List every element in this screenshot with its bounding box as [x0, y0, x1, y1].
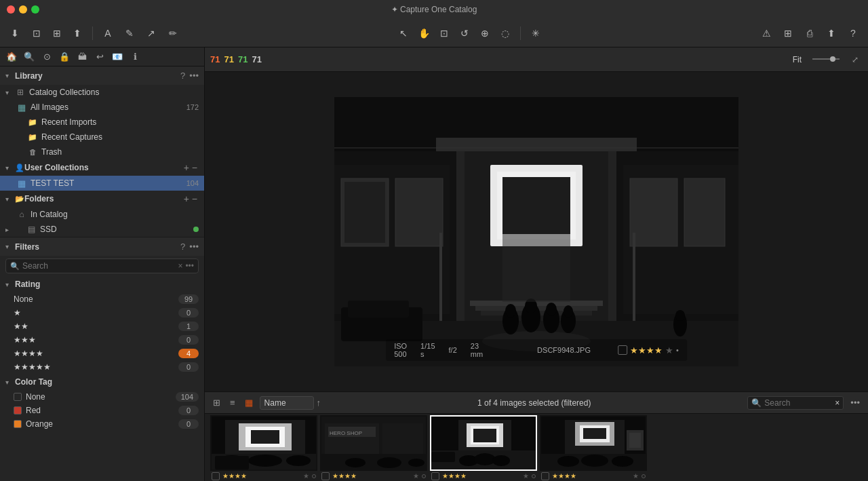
search-icon-panel[interactable]: 🔍	[22, 50, 37, 64]
rotate-icon[interactable]: ↩	[92, 50, 107, 64]
viewer-mode-1[interactable]: ⊡	[27, 24, 46, 43]
info-icon[interactable]: ℹ	[127, 50, 142, 64]
help-button[interactable]: ?	[844, 24, 863, 43]
thumb-stars-4[interactable]: ★★★★	[552, 472, 630, 480]
viewer-mode-3[interactable]: ⬆	[68, 24, 87, 43]
svg-rect-11	[456, 151, 465, 328]
film-thumb-4[interactable]: ★★★★ ★	[540, 415, 647, 480]
hand-tool[interactable]: ✋	[414, 24, 433, 43]
thumb-check-3[interactable]	[431, 472, 439, 480]
rating-4-row[interactable]: ★★★★ 4	[0, 347, 204, 360]
filmstrip-grid-btn[interactable]: ⊞	[210, 396, 223, 409]
catalog-collections-label: Catalog Collections	[29, 88, 199, 97]
rating-1-row[interactable]: ★ 0	[0, 306, 204, 320]
pencil-tool[interactable]: ✏	[163, 24, 182, 43]
mail-icon[interactable]: 📧	[110, 50, 125, 64]
filmstrip-color-btn[interactable]: ▦	[242, 396, 256, 409]
svg-rect-78	[583, 428, 606, 439]
rating-none-row[interactable]: None 99	[0, 292, 204, 306]
fullscreen-btn[interactable]: ⤢	[848, 54, 863, 66]
left-panel: 🏠 🔍 ⊙ 🔒 🏔 ↩ 📧 ℹ Library ? •••	[0, 47, 205, 481]
thumb-check-2[interactable]	[321, 472, 330, 480]
thumb-check-4[interactable]	[541, 472, 549, 480]
viewer-mode-2[interactable]: ⊞	[47, 24, 66, 43]
print-button[interactable]: ⎙	[800, 24, 819, 43]
color-orange-row[interactable]: Orange 0	[0, 417, 204, 431]
thumb-stars-1[interactable]: ★★★★	[222, 472, 300, 480]
rating-3-row[interactable]: ★★★ 0	[0, 333, 204, 347]
crop-tool[interactable]: ⊡	[435, 24, 454, 43]
rating-2-row[interactable]: ★★ 1	[0, 320, 204, 333]
folders-add[interactable]: +	[182, 193, 191, 204]
close-button[interactable]	[7, 5, 15, 14]
trash-item[interactable]: Trash	[0, 145, 204, 159]
folders-remove[interactable]: −	[191, 193, 199, 204]
overlay-button[interactable]: ⊞	[778, 24, 797, 43]
arrow-tool[interactable]: ↗	[142, 24, 161, 43]
filters-header[interactable]: Filters ? •••	[0, 237, 204, 256]
catalog-collections-item[interactable]: Catalog Collections	[0, 85, 204, 100]
rating-5-row[interactable]: ★★★★★ 0	[0, 360, 204, 374]
retouch-tool[interactable]: ⊕	[475, 24, 494, 43]
filmstrip-more-btn[interactable]: •••	[848, 396, 863, 409]
image-checkbox[interactable]	[618, 345, 627, 355]
film-thumb-3[interactable]: ★★★★ ★	[430, 415, 537, 480]
loading-spinner[interactable]: ✳	[526, 24, 545, 43]
search-more-btn[interactable]: •••	[185, 261, 194, 271]
circle-icon[interactable]: ⊙	[39, 50, 54, 64]
filters-more-btn[interactable]: •••	[189, 242, 199, 252]
in-catalog-item[interactable]: In Catalog	[0, 207, 204, 222]
folders-header[interactable]: 📂 Folders + −	[0, 191, 204, 207]
erase-tool[interactable]: ◌	[496, 24, 515, 43]
library-more-btn[interactable]: •••	[189, 71, 199, 81]
film-thumb-footer-4: ★★★★ ★	[540, 471, 647, 480]
film-thumb-2[interactable]: HERO SHOP ★★★★ ★	[320, 415, 427, 480]
user-collections-collapse	[5, 164, 14, 172]
lock-icon[interactable]: 🔒	[57, 50, 72, 64]
library-icon[interactable]: 🏠	[4, 50, 19, 64]
image-star-empty: ★	[665, 345, 673, 355]
export-button[interactable]: ⬆	[822, 24, 841, 43]
image-viewer[interactable]: ISO 500 1/15 s f/2 23 mm DSCF9948.JPG ★★…	[205, 72, 868, 391]
film-thumb-1[interactable]: ★★★★ ★	[210, 415, 317, 480]
main-image-display: ISO 500 1/15 s f/2 23 mm DSCF9948.JPG ★★…	[334, 97, 738, 366]
rotate-tool[interactable]: ↺	[455, 24, 474, 43]
recent-captures-item[interactable]: 📁 Recent Captures	[0, 130, 204, 145]
all-images-item[interactable]: ▦ All Images 172	[0, 100, 204, 115]
brush-tool[interactable]: ✎	[120, 24, 139, 43]
filmstrip-search-input[interactable]	[764, 398, 832, 408]
maximize-button[interactable]	[31, 5, 39, 14]
rating-group-header[interactable]: Rating	[0, 276, 204, 292]
thumb-stars-2[interactable]: ★★★★	[332, 472, 410, 480]
text-tool[interactable]: A	[98, 24, 117, 43]
color-red-row[interactable]: Red 0	[0, 404, 204, 417]
sort-select[interactable]: Name	[260, 396, 314, 410]
import-button[interactable]: ⬇	[5, 24, 24, 43]
thumb-check-1[interactable]	[212, 472, 220, 480]
recent-imports-item[interactable]: 📁 Recent Imports	[0, 115, 204, 130]
filters-help-btn[interactable]: ?	[180, 242, 185, 252]
warning-button[interactable]: ⚠	[757, 24, 776, 43]
ssd-item[interactable]: SSD	[0, 222, 204, 237]
search-clear-btn[interactable]: ×	[178, 261, 182, 271]
user-collections-header[interactable]: 👤 User Collections + −	[0, 159, 204, 176]
thumb-stars-3[interactable]: ★★★★	[442, 472, 520, 480]
sort-asc-btn[interactable]: ↑	[317, 398, 321, 408]
user-collections-add[interactable]: +	[182, 162, 191, 173]
color-tag-group-header[interactable]: Color Tag	[0, 374, 204, 390]
filmstrip-search-clear[interactable]: ×	[835, 398, 840, 408]
minimize-button[interactable]	[19, 5, 27, 14]
library-help-btn[interactable]: ?	[180, 71, 185, 81]
test-test-item[interactable]: TEST TEST 104	[0, 176, 204, 191]
cursor-tool[interactable]: ↖	[394, 24, 413, 43]
trash-icon	[27, 147, 38, 157]
svg-rect-25	[684, 178, 725, 246]
search-input[interactable]	[22, 261, 178, 271]
zoom-slider-btn[interactable]	[808, 54, 844, 66]
filmstrip-list-btn[interactable]: ≡	[227, 396, 238, 409]
color-none-row[interactable]: None 104	[0, 390, 204, 404]
mountain-icon[interactable]: 🏔	[75, 50, 90, 64]
image-star-rating[interactable]: ★★★★	[630, 345, 663, 355]
library-header[interactable]: Library ? •••	[0, 66, 204, 85]
user-collections-remove[interactable]: −	[191, 162, 199, 173]
